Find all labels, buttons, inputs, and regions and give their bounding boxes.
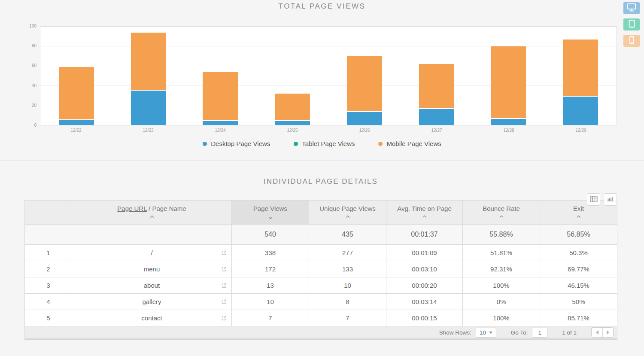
table-grid-icon <box>590 196 598 204</box>
bars-layer <box>40 27 617 125</box>
external-link-icon[interactable] <box>221 250 227 256</box>
sort-indicator <box>268 216 272 219</box>
metric-value: 69.77% <box>540 261 617 277</box>
show-rows-select[interactable]: 10 <box>476 328 496 338</box>
stacked-bar <box>275 27 310 125</box>
totals-value: 56.85% <box>540 225 617 245</box>
sort-indicator <box>577 216 580 219</box>
next-page-button[interactable] <box>602 328 613 337</box>
page-name-cell: contact <box>72 310 232 326</box>
chart-legend: Desktop Page ViewsTablet Page ViewsMobil… <box>0 140 644 147</box>
metric-value: 133 <box>309 261 386 277</box>
legend-dot <box>294 142 298 146</box>
desktop-filter-button[interactable] <box>623 2 640 14</box>
tablet-filter-button[interactable] <box>623 18 640 30</box>
metric-value: 100% <box>463 310 540 326</box>
external-link-icon[interactable] <box>221 315 227 321</box>
y-axis-tick-label: 100 <box>29 24 36 28</box>
x-axis-tick-label: 12/23 <box>112 128 184 133</box>
bar-segment-mobile <box>275 94 310 121</box>
chart: 020406080100 <box>24 26 617 125</box>
row-number: 3 <box>25 277 72 294</box>
bar-group <box>544 27 617 125</box>
metric-value: 13 <box>232 277 309 294</box>
table-view-button[interactable] <box>587 193 600 206</box>
y-axis-tick-label: 40 <box>32 84 36 88</box>
bar-segment-mobile <box>419 64 454 109</box>
stacked-bar <box>59 27 94 125</box>
bar-segment-mobile <box>131 33 166 91</box>
x-axis-tick-label: 12/26 <box>328 128 401 133</box>
page-url-sort-link[interactable]: Page URL <box>117 205 147 212</box>
y-axis-tick-label: 0 <box>34 123 36 128</box>
table-row: 1/33827700:01:0951.81%50.3% <box>25 245 617 261</box>
table-body: 54043500:01:3755.88%56.85% 1/33827700:01… <box>25 225 617 326</box>
go-to-page-input[interactable] <box>532 328 547 338</box>
column-header-avg-time-on-page[interactable]: Avg. Time on Page <box>386 201 463 225</box>
bar-segment-mobile <box>59 67 94 120</box>
table-footer-row: Show Rows: 10 Go To: 1 of 1 <box>25 326 617 339</box>
metric-value: 100% <box>463 277 540 294</box>
column-header-page-views[interactable]: Page Views <box>232 201 309 225</box>
page-name: / <box>151 249 152 256</box>
tablet-icon <box>628 19 635 30</box>
y-axis: 020406080100 <box>24 26 40 125</box>
bar-group <box>328 27 401 125</box>
y-axis-tick-label: 80 <box>32 44 36 48</box>
metric-value: 10 <box>232 294 309 310</box>
legend-label: Desktop Page Views <box>211 140 270 147</box>
external-link-icon[interactable] <box>221 266 227 272</box>
x-axis-labels: 12/2212/2312/2412/2512/2612/2712/2812/29 <box>40 128 617 133</box>
metric-value: 00:03:14 <box>386 294 463 310</box>
metric-value: 10 <box>309 277 386 294</box>
page-name-cell: gallery <box>72 294 232 310</box>
metric-value: 00:01:09 <box>386 245 463 261</box>
totals-value: 55.88% <box>463 225 540 245</box>
chart-view-button[interactable] <box>604 193 617 206</box>
x-axis-tick-label: 12/28 <box>473 128 545 133</box>
sort-indicator <box>422 216 426 219</box>
plot-area <box>40 26 617 125</box>
metric-value: 0% <box>463 294 540 310</box>
metric-value: 8 <box>309 294 386 310</box>
chart-title: TOTAL PAGE VIEWS <box>0 0 644 11</box>
bar-group <box>112 27 185 125</box>
go-to-label: Go To: <box>511 329 528 336</box>
metric-value: 46.15% <box>540 277 617 294</box>
row-number: 4 <box>25 294 72 310</box>
table-row: 5contact7700:00:15100%85.71% <box>25 310 617 326</box>
bar-segment-desktop <box>563 97 598 125</box>
external-link-icon[interactable] <box>221 283 227 288</box>
table-header-row: Page URL / Page Name Page ViewsUnique Pa… <box>25 201 617 225</box>
column-header-page-url-page-name[interactable]: Page URL / Page Name <box>72 201 232 225</box>
row-number: 1 <box>25 245 72 261</box>
bar-segment-desktop <box>275 121 310 125</box>
metric-value: 92.31% <box>463 261 540 277</box>
table-footer-cell: Show Rows: 10 Go To: 1 of 1 <box>25 326 617 339</box>
details-title: INDIVIDUAL PAGE DETAILS <box>24 177 617 186</box>
bar-group <box>256 27 328 125</box>
bar-group <box>473 27 545 125</box>
bar-chart-icon <box>607 196 614 203</box>
bar-segment-desktop <box>203 121 238 125</box>
mobile-filter-button[interactable] <box>623 35 640 47</box>
y-axis-tick-label: 60 <box>32 64 36 68</box>
stacked-bar <box>203 27 238 125</box>
stacked-bar <box>563 27 598 125</box>
external-link-icon[interactable] <box>221 299 227 304</box>
mobile-phone-icon <box>629 36 635 46</box>
legend-item: Tablet Page Views <box>294 140 355 147</box>
bar-group <box>40 27 112 125</box>
bar-segment-mobile <box>563 40 598 97</box>
previous-page-button[interactable] <box>592 328 602 337</box>
metric-value: 00:03:10 <box>386 261 463 277</box>
page-details-table: Page URL / Page Name Page ViewsUnique Pa… <box>24 200 617 339</box>
legend-item: Mobile Page Views <box>378 140 441 147</box>
legend-item: Desktop Page Views <box>203 140 270 147</box>
metric-value: 00:00:20 <box>386 277 463 294</box>
column-header-bounce-rate[interactable]: Bounce Rate <box>463 201 540 225</box>
previous-arrow-icon <box>596 330 598 335</box>
column-header-unique-page-views[interactable]: Unique Page Views <box>309 201 386 225</box>
metric-value: 50% <box>540 294 617 310</box>
metric-value: 50.3% <box>540 245 617 261</box>
